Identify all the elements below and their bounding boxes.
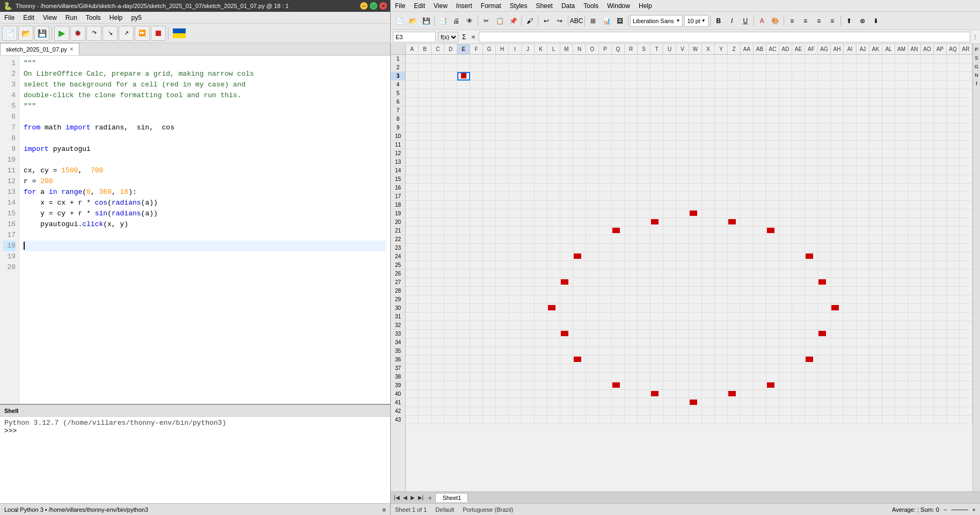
cell-17-X[interactable] <box>702 192 715 201</box>
cell-30-R[interactable] <box>625 304 638 313</box>
cell-41-A[interactable] <box>406 398 419 407</box>
cell-19-B[interactable] <box>419 209 432 218</box>
cell-28-H[interactable] <box>496 287 509 295</box>
cell-4-AH[interactable] <box>831 81 844 89</box>
cell-25-AG[interactable] <box>818 261 831 270</box>
cell-40-Q[interactable] <box>612 390 625 398</box>
cell-42-AJ[interactable] <box>857 407 869 416</box>
cell-40-D[interactable] <box>444 390 457 398</box>
cell-34-F[interactable] <box>470 338 483 347</box>
cell-12-I[interactable] <box>509 149 522 158</box>
cell-10-L[interactable] <box>547 132 560 141</box>
row-header-20[interactable]: 20 <box>391 218 405 227</box>
cell-10-X[interactable] <box>702 132 715 141</box>
cell-16-R[interactable] <box>625 184 638 192</box>
cell-11-Y[interactable] <box>715 141 728 149</box>
cell-23-M[interactable] <box>560 244 573 252</box>
cell-28-AF[interactable] <box>805 287 818 295</box>
cell-28-I[interactable] <box>509 287 522 295</box>
cell-42-G[interactable] <box>483 407 496 416</box>
cell-35-B[interactable] <box>419 347 432 356</box>
cell-37-AK[interactable] <box>869 364 882 373</box>
cell-4-T[interactable] <box>650 81 663 89</box>
cell-36-Q[interactable] <box>612 356 625 364</box>
cell-7-W[interactable] <box>689 106 702 115</box>
cell-33-AG[interactable] <box>818 330 831 338</box>
lo-mergeup-btn[interactable]: ⬆ <box>843 14 855 27</box>
cell-3-T[interactable] <box>650 72 663 81</box>
cell-10-E[interactable] <box>457 132 470 141</box>
cell-6-AK[interactable] <box>869 98 882 106</box>
cell-34-T[interactable] <box>650 338 663 347</box>
cell-2-AJ[interactable] <box>857 63 869 72</box>
cell-16-M[interactable] <box>560 184 573 192</box>
cell-29-X[interactable] <box>702 295 715 304</box>
cell-2-Q[interactable] <box>612 63 625 72</box>
cell-31-F[interactable] <box>470 313 483 321</box>
cell-15-AQ[interactable] <box>947 175 960 184</box>
cell-43-AB[interactable] <box>754 416 766 424</box>
cell-42-AM[interactable] <box>895 407 908 416</box>
col-header-AO[interactable]: AO <box>921 44 934 55</box>
cell-40-X[interactable] <box>702 390 715 398</box>
cell-29-AC[interactable] <box>766 295 779 304</box>
cell-39-K[interactable] <box>535 381 547 390</box>
cell-34-M[interactable] <box>560 338 573 347</box>
cell-15-A[interactable] <box>406 175 419 184</box>
cell-36-AH[interactable] <box>831 356 844 364</box>
cell-29-E[interactable] <box>457 295 470 304</box>
cell-35-C[interactable] <box>432 347 444 356</box>
cell-19-AA[interactable] <box>741 209 754 218</box>
cell-26-AR[interactable] <box>960 270 972 278</box>
cell-29-G[interactable] <box>483 295 496 304</box>
cell-31-Q[interactable] <box>612 313 625 321</box>
cell-17-J[interactable] <box>522 192 535 201</box>
cell-43-AF[interactable] <box>805 416 818 424</box>
cell-17-B[interactable] <box>419 192 432 201</box>
cell-28-U[interactable] <box>663 287 676 295</box>
cell-26-AK[interactable] <box>869 270 882 278</box>
cell-35-F[interactable] <box>470 347 483 356</box>
cell-10-A[interactable] <box>406 132 419 141</box>
cell-40-E[interactable] <box>457 390 470 398</box>
cell-8-U[interactable] <box>663 115 676 124</box>
cell-35-AQ[interactable] <box>947 347 960 356</box>
cell-34-AC[interactable] <box>766 338 779 347</box>
cell-10-AC[interactable] <box>766 132 779 141</box>
lo-insertimage-btn[interactable]: 🖼 <box>613 14 626 27</box>
cell-31-U[interactable] <box>663 313 676 321</box>
cell-25-P[interactable] <box>599 261 612 270</box>
cell-40-P[interactable] <box>599 390 612 398</box>
cell-25-J[interactable] <box>522 261 535 270</box>
cell-38-L[interactable] <box>547 373 560 381</box>
cell-29-S[interactable] <box>638 295 650 304</box>
cell-29-AK[interactable] <box>869 295 882 304</box>
cell-7-R[interactable] <box>625 106 638 115</box>
cell-24-O[interactable] <box>586 252 599 261</box>
cell-10-AB[interactable] <box>754 132 766 141</box>
cell-8-AG[interactable] <box>818 115 831 124</box>
cell-26-E[interactable] <box>457 270 470 278</box>
cell-39-AC[interactable] <box>766 381 779 390</box>
cell-4-R[interactable] <box>625 81 638 89</box>
cell-30-AJ[interactable] <box>857 304 869 313</box>
cell-5-M[interactable] <box>560 89 573 98</box>
cell-32-P[interactable] <box>599 321 612 330</box>
cell-27-E[interactable] <box>457 278 470 287</box>
cell-21-AA[interactable] <box>741 227 754 235</box>
cell-23-AC[interactable] <box>766 244 779 252</box>
cell-2-AH[interactable] <box>831 63 844 72</box>
cell-9-AQ[interactable] <box>947 124 960 132</box>
cell-17-AP[interactable] <box>934 192 947 201</box>
cell-22-B[interactable] <box>419 235 432 244</box>
cell-28-D[interactable] <box>444 287 457 295</box>
cell-24-AE[interactable] <box>792 252 805 261</box>
menu-file[interactable]: File <box>2 13 17 22</box>
cell-23-J[interactable] <box>522 244 535 252</box>
cell-42-AO[interactable] <box>921 407 934 416</box>
cell-17-T[interactable] <box>650 192 663 201</box>
cell-43-W[interactable] <box>689 416 702 424</box>
cell-41-C[interactable] <box>432 398 444 407</box>
cell-38-AQ[interactable] <box>947 373 960 381</box>
cell-8-W[interactable] <box>689 115 702 124</box>
